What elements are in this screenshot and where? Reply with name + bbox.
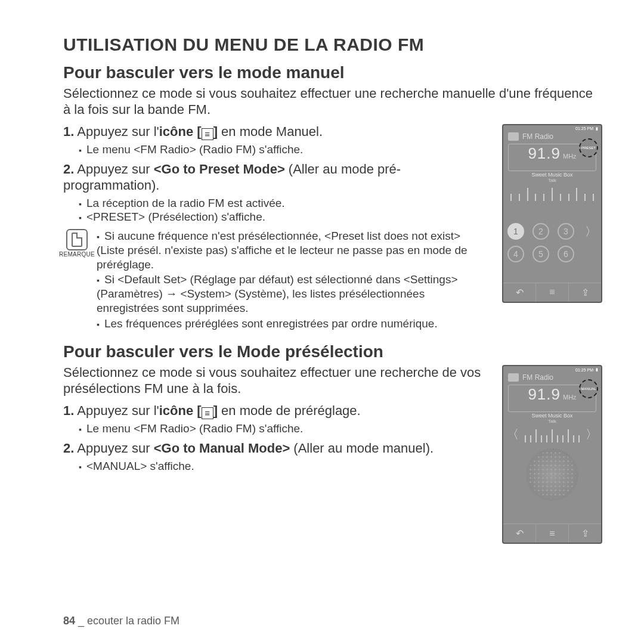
menu-icon bbox=[202, 407, 213, 419]
menu-icon bbox=[202, 128, 213, 140]
preset-4[interactable]: 4 bbox=[507, 246, 524, 262]
step-number: 1. bbox=[63, 403, 74, 418]
back-button[interactable]: ↶ bbox=[503, 524, 536, 543]
share-button[interactable]: ⇪ bbox=[569, 524, 601, 543]
sec1-step2-sub1: La réception de la radio FM est activée. bbox=[79, 196, 489, 210]
remark-item: Si aucune fréquence n'est présélectionné… bbox=[97, 229, 489, 271]
sec2-step1: 1. Appuyez sur l'icône [] en mode de pré… bbox=[63, 403, 489, 420]
preset-3[interactable]: 3 bbox=[558, 223, 574, 240]
tuner-dial bbox=[507, 185, 597, 201]
sec1-step2-sub2: <PRESET> (Présélection) s'affiche. bbox=[79, 210, 489, 224]
device-preset: 01:25 PM▮ FM Radio PRESET 91.9 MHz Sweet… bbox=[502, 124, 602, 303]
preset-2[interactable]: 2 bbox=[532, 223, 549, 240]
app-title: FM Radio bbox=[522, 373, 553, 382]
step-number: 1. bbox=[63, 124, 74, 139]
page-title: UTILISATION DU MENU DE LA RADIO FM bbox=[63, 35, 602, 55]
sec2-step2: 2. Appuyez sur <Go to Manual Mode> (Alle… bbox=[63, 441, 489, 457]
back-button[interactable]: ↶ bbox=[503, 283, 536, 302]
tune-right-icon[interactable]: 〉 bbox=[586, 426, 597, 442]
song-label: Sweet Music Box bbox=[503, 172, 601, 178]
sec2-step1-sub: Le menu <FM Radio> (Radio FM) s'affiche. bbox=[79, 422, 489, 436]
song-sub: Talk bbox=[503, 419, 601, 424]
menu-button[interactable]: ≡ bbox=[536, 283, 569, 302]
song-label: Sweet Music Box bbox=[503, 413, 601, 419]
preset-5[interactable]: 5 bbox=[532, 246, 549, 262]
remark-label: REMARQUE bbox=[59, 251, 95, 258]
sec1-step2: 2. Appuyez sur <Go to Preset Mode> (Alle… bbox=[63, 162, 489, 194]
speaker-icon bbox=[526, 448, 578, 501]
preset-1[interactable]: 1 bbox=[507, 223, 524, 240]
menu-button[interactable]: ≡ bbox=[536, 524, 569, 543]
section1-heading: Pour basculer vers le mode manuel bbox=[63, 63, 602, 82]
section2-heading: Pour basculer vers le Mode présélection bbox=[63, 342, 602, 361]
chapter-label: ecouter la radio FM bbox=[87, 615, 179, 627]
sec1-step1-sub: Le menu <FM Radio> (Radio FM) s'affiche. bbox=[79, 143, 489, 157]
preset-badge[interactable]: PRESET bbox=[579, 138, 598, 157]
remark-item: Les fréquences préréglées sont enregistr… bbox=[97, 317, 489, 331]
battery-icon: ▮ bbox=[596, 367, 598, 372]
remark-list: Si aucune fréquence n'est présélectionné… bbox=[97, 229, 489, 332]
radio-icon bbox=[508, 132, 519, 141]
radio-icon bbox=[508, 373, 519, 382]
app-title: FM Radio bbox=[522, 132, 553, 141]
section1-intro: Sélectionnez ce mode si vous souhaitez e… bbox=[63, 86, 602, 118]
page-footer: 84 _ ecouter la radio FM bbox=[63, 615, 179, 627]
song-sub: Talk bbox=[503, 178, 601, 183]
step-number: 2. bbox=[63, 162, 74, 177]
tune-left-icon[interactable]: 〈 bbox=[507, 426, 519, 442]
clock-label: 01:25 PM bbox=[575, 126, 593, 131]
clock-label: 01:25 PM bbox=[575, 368, 593, 372]
sec2-step2-sub: <MANUAL> s'affiche. bbox=[79, 459, 489, 473]
frequency-display: MANUAL 91.9 MHz bbox=[508, 385, 596, 412]
battery-icon: ▮ bbox=[596, 126, 598, 131]
share-button[interactable]: ⇪ bbox=[569, 283, 601, 302]
device-manual: 01:25 PM▮ FM Radio MANUAL 91.9 MHz Sweet… bbox=[502, 365, 602, 544]
page-number: 84 bbox=[63, 615, 75, 627]
preset-6[interactable]: 6 bbox=[558, 246, 574, 262]
sec1-step1: 1. Appuyez sur l'icône [] en mode Manuel… bbox=[63, 124, 489, 141]
tuner-dial[interactable]: 〈 〉 bbox=[507, 426, 597, 442]
remark-item: Si <Default Set> (Réglage par défaut) es… bbox=[97, 273, 489, 315]
remark-icon: REMARQUE bbox=[63, 229, 91, 258]
frequency-display: PRESET 91.9 MHz bbox=[508, 144, 596, 171]
step-number: 2. bbox=[63, 441, 74, 456]
sec2-intro1: Sélectionnez ce mode si vous souhaitez e… bbox=[63, 365, 489, 381]
preset-next-icon[interactable]: 〉 bbox=[585, 224, 597, 240]
manual-badge[interactable]: MANUAL bbox=[579, 379, 598, 398]
sec2-intro2: présélections FM une à la fois. bbox=[63, 381, 489, 397]
